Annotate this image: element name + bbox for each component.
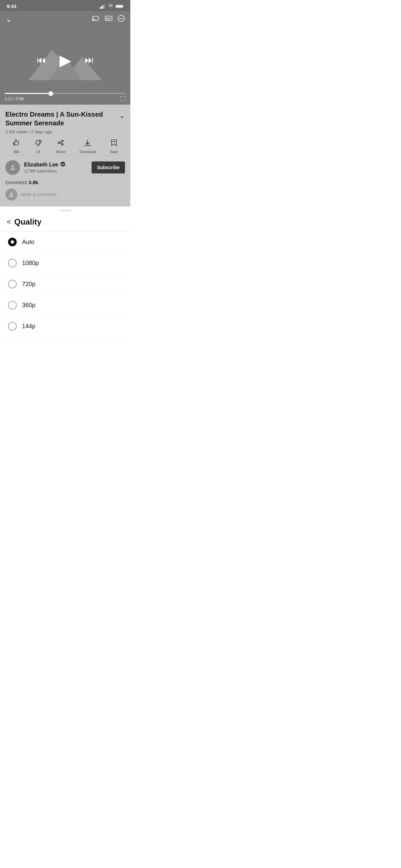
video-artwork: ⏮ ▶ ⏭ bbox=[0, 27, 130, 93]
subscribe-button[interactable]: Subscribe bbox=[92, 161, 125, 174]
bottom-sheet: < Quality Auto 1080p 720p 360p bbox=[0, 207, 130, 347]
svg-point-8 bbox=[92, 21, 93, 21]
svg-point-16 bbox=[122, 18, 123, 19]
comment-input-row: Write a comment... bbox=[5, 188, 125, 203]
like-label: 30k bbox=[13, 150, 20, 154]
download-button[interactable]: Download bbox=[80, 139, 96, 154]
svg-rect-3 bbox=[103, 4, 104, 9]
quality-label-720p: 720p bbox=[22, 281, 35, 288]
quality-option-auto[interactable]: Auto bbox=[0, 231, 130, 253]
channel-info: Elizabeth Lee 12.9M subscribers Subscrib… bbox=[5, 155, 125, 175]
user-avatar bbox=[5, 188, 18, 200]
quality-option-360p[interactable]: 360p bbox=[0, 295, 130, 316]
quality-label-360p: 360p bbox=[22, 302, 35, 309]
save-label: Save bbox=[110, 150, 118, 154]
svg-point-22 bbox=[61, 144, 63, 145]
radio-360p bbox=[8, 301, 17, 310]
status-time: 9:41 bbox=[7, 3, 17, 9]
svg-rect-1 bbox=[101, 6, 102, 9]
svg-rect-12 bbox=[106, 19, 110, 20]
verified-icon bbox=[60, 161, 65, 168]
quality-option-720p[interactable]: 720p bbox=[0, 274, 130, 295]
comment-placeholder[interactable]: Write a comment... bbox=[21, 192, 60, 197]
comments-section: Comment 3.8k Write a comment... bbox=[5, 175, 125, 203]
overflow-icon[interactable] bbox=[118, 15, 125, 24]
progress-track[interactable] bbox=[5, 93, 126, 94]
status-icons bbox=[100, 4, 124, 9]
action-row: 30k 13 Share bbox=[5, 139, 125, 155]
svg-rect-5 bbox=[123, 6, 123, 7]
svg-rect-9 bbox=[105, 16, 112, 21]
progress-thumb[interactable] bbox=[49, 91, 53, 96]
quality-option-144p[interactable]: 144p bbox=[0, 316, 130, 337]
svg-rect-0 bbox=[100, 7, 100, 9]
comments-count: 3.8k bbox=[28, 180, 38, 185]
radio-inner-auto bbox=[11, 240, 14, 244]
progress-section: 1:11 / 2:58 ⛶ bbox=[0, 93, 130, 104]
playback-controls: ⏮ ▶ ⏭ bbox=[37, 51, 94, 69]
channel-name: Elizabeth Lee bbox=[24, 162, 58, 168]
dislike-icon bbox=[34, 139, 42, 148]
download-icon bbox=[84, 139, 92, 148]
radio-144p bbox=[8, 322, 17, 331]
next-button[interactable]: ⏭ bbox=[85, 55, 94, 65]
svg-point-23 bbox=[58, 142, 60, 144]
save-icon bbox=[110, 139, 118, 148]
quality-label-1080p: 1080p bbox=[22, 260, 39, 267]
video-title: Electro Dreams | A Sun-Kissed Summer Ser… bbox=[5, 110, 116, 127]
progress-fill bbox=[5, 93, 51, 94]
share-button[interactable]: Share bbox=[56, 139, 65, 154]
svg-point-26 bbox=[60, 162, 65, 166]
radio-720p bbox=[8, 280, 17, 288]
player-top-right-icons bbox=[92, 15, 125, 24]
svg-rect-20 bbox=[40, 141, 41, 143]
svg-rect-2 bbox=[102, 5, 103, 9]
back-button[interactable]: < bbox=[7, 218, 11, 226]
expand-icon[interactable]: ⌄ bbox=[119, 111, 125, 120]
handle-bar bbox=[59, 210, 71, 211]
player-top-bar: ⌄ bbox=[0, 11, 130, 27]
svg-point-14 bbox=[120, 18, 121, 19]
download-label: Download bbox=[80, 150, 96, 154]
quality-option-1080p[interactable]: 1080p bbox=[0, 253, 130, 274]
fullscreen-icon[interactable]: ⛶ bbox=[120, 96, 126, 102]
quality-label-144p: 144p bbox=[22, 323, 35, 330]
quality-header: < Quality bbox=[0, 213, 130, 231]
svg-rect-11 bbox=[109, 18, 111, 19]
signal-icon bbox=[100, 4, 105, 9]
radio-1080p bbox=[8, 259, 17, 268]
video-player: ⌄ bbox=[0, 11, 130, 104]
video-meta: 2.5M views • 2 days ago bbox=[5, 129, 125, 134]
svg-point-27 bbox=[10, 192, 13, 195]
video-info-section: Electro Dreams | A Sun-Kissed Summer Ser… bbox=[0, 104, 130, 207]
channel-name-row: Elizabeth Lee bbox=[24, 161, 88, 168]
comments-header: Comment 3.8k bbox=[5, 180, 125, 185]
svg-rect-10 bbox=[106, 18, 108, 19]
cast-icon[interactable] bbox=[92, 16, 100, 23]
progress-time: 1:11 / 2:58 ⛶ bbox=[5, 96, 126, 102]
status-bar: 9:41 bbox=[0, 0, 130, 11]
svg-point-21 bbox=[61, 141, 63, 142]
like-icon bbox=[12, 139, 20, 148]
svg-point-25 bbox=[11, 165, 14, 168]
video-title-row: Electro Dreams | A Sun-Kissed Summer Ser… bbox=[5, 110, 125, 127]
like-button[interactable]: 30k bbox=[12, 139, 20, 154]
save-button[interactable]: Save bbox=[110, 139, 118, 154]
subtitle-icon[interactable] bbox=[105, 16, 112, 23]
play-button[interactable]: ▶ bbox=[60, 51, 71, 69]
svg-rect-6 bbox=[116, 5, 122, 7]
quality-title: Quality bbox=[14, 217, 41, 227]
chevron-down-icon[interactable]: ⌄ bbox=[5, 14, 12, 24]
previous-button[interactable]: ⏮ bbox=[37, 55, 46, 65]
handle-bar-container bbox=[0, 207, 130, 213]
svg-point-15 bbox=[121, 18, 122, 19]
channel-avatar[interactable] bbox=[5, 160, 20, 175]
quality-options-list: Auto 1080p 720p 360p 144p bbox=[0, 231, 130, 337]
quality-label-auto: Auto bbox=[22, 239, 34, 246]
current-time: 1:11 / 2:58 bbox=[5, 97, 24, 101]
wifi-icon bbox=[107, 4, 114, 9]
dislike-button[interactable]: 13 bbox=[34, 139, 42, 154]
channel-details: Elizabeth Lee 12.9M subscribers bbox=[24, 161, 88, 174]
radio-auto bbox=[8, 238, 17, 246]
share-icon bbox=[57, 139, 65, 148]
